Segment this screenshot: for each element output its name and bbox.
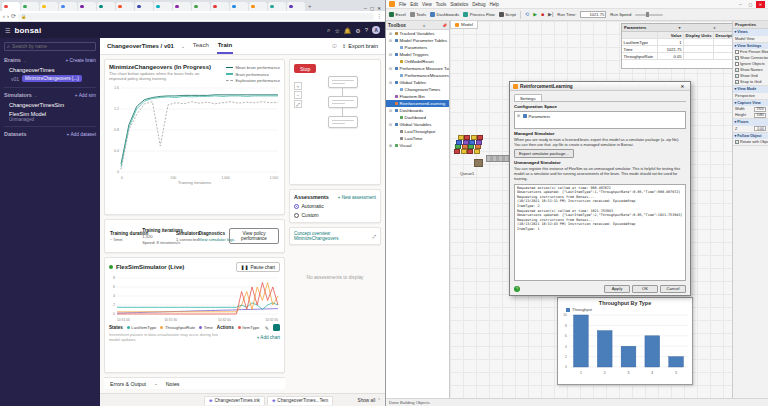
toolbox-item-dashboards[interactable]: ⊟Dashboards xyxy=(386,107,449,114)
menu-debug[interactable]: Debug xyxy=(472,2,485,7)
config-list-item[interactable]: ⊞Parameters xyxy=(516,113,684,119)
add-chart-button[interactable]: + Add chart xyxy=(257,335,280,340)
forward-icon[interactable]: › xyxy=(7,13,9,19)
graph-zoom-button[interactable]: ⤢ xyxy=(294,100,302,108)
tree-caret-icon[interactable]: ⊟ xyxy=(388,39,393,43)
address-bar[interactable]: 🔒 xyxy=(18,13,374,20)
state-legend-item[interactable]: LastItemType xyxy=(127,325,157,330)
toolbox-item-parameters[interactable]: Parameters xyxy=(386,44,449,51)
tree-caret-icon[interactable]: ⊟ xyxy=(388,81,393,85)
checkbox-icon[interactable] xyxy=(735,62,739,66)
checkbox-icon[interactable]: ✓ xyxy=(735,68,739,72)
browser-tab[interactable] xyxy=(59,2,77,11)
browser-tab[interactable] xyxy=(173,2,191,11)
chevron-down-icon[interactable]: ▾ xyxy=(678,25,680,30)
add-sim-button[interactable]: + Add sim xyxy=(75,93,96,98)
prop-field[interactable]: 0.00 xyxy=(754,126,766,131)
assessment-option-custom[interactable]: Custom xyxy=(294,212,376,218)
sidebar-item-brain[interactable]: ChangeoverTimes xyxy=(0,65,100,74)
tree-caret-icon[interactable]: ⊟ xyxy=(388,109,393,113)
create-brain-button[interactable]: + Create brain xyxy=(65,58,96,63)
help-icon[interactable]: ? xyxy=(365,27,368,33)
show-all-button[interactable]: Show all⌃ xyxy=(358,398,382,403)
menu-view[interactable]: View xyxy=(422,2,432,7)
file-tab[interactable]: ◈ChangeoverTimes...Tem xyxy=(267,396,333,405)
ok-button[interactable]: OK xyxy=(632,285,658,293)
add-icon[interactable]: ＋ xyxy=(713,25,717,30)
tab-teach[interactable]: Teach xyxy=(192,38,210,54)
prop-item[interactable]: Model View xyxy=(733,36,768,42)
checkbox-icon[interactable]: ✓ xyxy=(735,80,739,84)
queue-box-stack[interactable] xyxy=(454,129,488,155)
toolbox-item-dashboard[interactable]: Dashboard xyxy=(386,114,449,121)
graph-node-output[interactable] xyxy=(328,116,358,128)
browser-tab[interactable] xyxy=(116,2,134,11)
browser-tab[interactable] xyxy=(268,2,286,11)
prop-field[interactable]: 1920 xyxy=(754,107,766,112)
add-dataset-button[interactable]: + Add dataset xyxy=(67,132,96,137)
source-object[interactable] xyxy=(474,159,483,167)
output-tab[interactable]: Notes xyxy=(166,381,180,387)
toolbar-button-process-flow[interactable]: Process Flow xyxy=(463,12,495,17)
toolbox-item-tracked-variables[interactable]: ⊞Tracked Variables xyxy=(386,30,449,37)
browser-tab[interactable] xyxy=(249,2,267,11)
menu-file[interactable]: File xyxy=(399,2,406,7)
run-time-field[interactable]: 1021.75 xyxy=(580,11,606,18)
browser-tab[interactable] xyxy=(2,2,20,11)
run-speed-slider[interactable] xyxy=(635,14,663,16)
help-icon[interactable]: ? xyxy=(514,286,520,292)
state-legend-item[interactable]: Time xyxy=(199,325,213,330)
star-icon[interactable]: ☆ xyxy=(334,27,339,34)
bell-icon[interactable]: 🔔 xyxy=(344,27,352,34)
export-sim-package-button[interactable]: Export simulator package... xyxy=(514,149,574,158)
run-button[interactable]: ▶ xyxy=(533,12,537,17)
cancel-button[interactable]: Cancel xyxy=(660,285,686,293)
browser-menu-icon[interactable]: ⋮ xyxy=(376,13,382,19)
reset-button[interactable]: ⟲ xyxy=(525,12,529,17)
browser-tab[interactable] xyxy=(154,2,172,11)
browser-tab[interactable] xyxy=(40,2,58,11)
toolbox-item-performancemeasures[interactable]: PerformanceMeasures xyxy=(386,72,449,79)
new-tab-icon[interactable]: + xyxy=(308,2,312,11)
toolbox-item-model-triggers[interactable]: ⊟Model Triggers xyxy=(386,51,449,58)
checkbox-icon[interactable]: ✓ xyxy=(735,140,739,144)
checkbox-icon[interactable] xyxy=(735,50,739,54)
hamburger-icon[interactable]: ☰ xyxy=(5,27,10,34)
add-icon[interactable]: ＋ xyxy=(422,23,426,28)
tab-train[interactable]: Train xyxy=(217,38,233,54)
chevron-down-icon[interactable]: ⌄ xyxy=(181,44,185,49)
close-icon[interactable]: ✕ xyxy=(756,1,765,8)
parameters-table[interactable]: ValueDisplay UnitsDescriptionLastItemTyp… xyxy=(622,32,732,68)
stop-button[interactable]: ■ xyxy=(541,12,544,17)
prop-item[interactable]: Perspective xyxy=(733,93,768,99)
browser-tab[interactable] xyxy=(97,2,115,11)
sidebar-brain-version[interactable]: v01 MinimizeChangeovers (...) xyxy=(0,74,100,85)
toolbox-item-changeovertimes[interactable]: ChangeoverTimes xyxy=(386,86,449,93)
view-policy-performance-button[interactable]: View policy performance xyxy=(229,228,279,244)
prop-field[interactable]: 1080 xyxy=(754,113,766,118)
checkbox-icon[interactable]: ✓ xyxy=(735,56,739,60)
diagnostics-link[interactable]: View simulator logs xyxy=(198,237,223,242)
back-icon[interactable]: ‹ xyxy=(3,13,5,19)
tree-caret-icon[interactable]: ⊞ xyxy=(516,114,521,118)
output-tab[interactable]: Errors & Output xyxy=(110,381,146,387)
graph-zoom-button[interactable]: ＋ xyxy=(294,82,302,90)
parameter-row[interactable]: LastItemType1 xyxy=(622,39,732,46)
new-assessment-button[interactable]: + New assessment xyxy=(338,195,376,200)
pin-icon[interactable]: 📌 xyxy=(442,23,447,28)
prop-item[interactable]: ✓Rotate with Object xyxy=(733,139,768,145)
toolbox-item-performance-measure-tables[interactable]: ⊟Performance Measure Tables xyxy=(386,65,449,72)
toolbar-button-dashboards[interactable]: Dashboards xyxy=(430,12,459,17)
info-icon[interactable]: ⓘ xyxy=(332,44,337,49)
search-icon[interactable]: ⌕ xyxy=(327,27,330,34)
file-tab[interactable]: ◈ChangeoverTimes.ink xyxy=(204,396,265,405)
window-control-icon[interactable]: ▢ xyxy=(746,1,755,8)
toolbar-button-script[interactable]: Script xyxy=(499,12,516,17)
apply-button[interactable]: Apply xyxy=(604,285,630,293)
graph-zoom-button[interactable]: − xyxy=(294,91,302,99)
gear-icon[interactable]: ⚙ xyxy=(355,27,360,34)
browser-tab[interactable] xyxy=(230,2,248,11)
window-control-icon[interactable]: ─ xyxy=(736,1,745,8)
browser-tab[interactable] xyxy=(287,2,305,11)
state-legend-item[interactable]: ThroughputRate xyxy=(160,325,195,330)
